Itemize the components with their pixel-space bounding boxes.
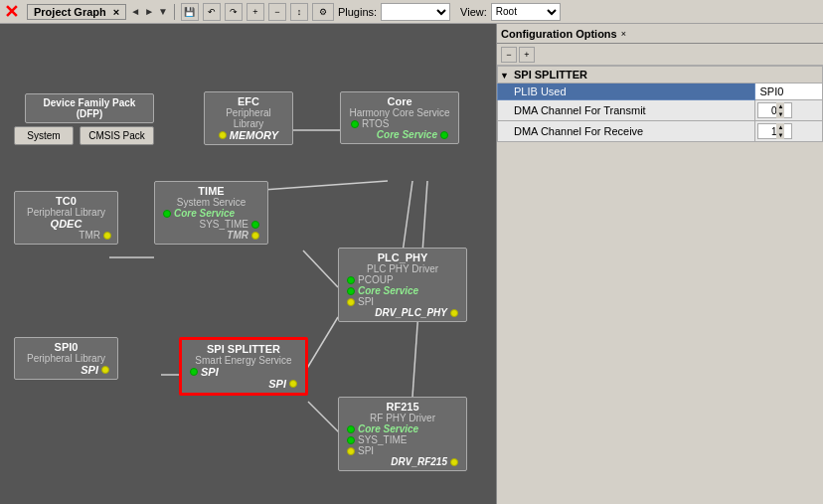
zoom-in-button[interactable]: + xyxy=(247,3,264,21)
config-row-plib[interactable]: PLIB Used SPI0 xyxy=(498,84,823,100)
main-toolbar: ✕ Project Graph × ◄ ► ▼ 💾 ↶ ↷ + − ↕ ⚙ Pl… xyxy=(0,0,823,24)
svg-line-7 xyxy=(403,181,412,252)
config-section-row: ▼ SPI SPLITTER xyxy=(498,67,823,84)
nav-down-icon[interactable]: ▼ xyxy=(158,6,168,17)
config-row-dma-rx[interactable]: DMA Channel For Receive ▲ ▼ xyxy=(498,121,823,142)
tc0-tmr-dot xyxy=(103,232,111,240)
dma-rx-up[interactable]: ▲ xyxy=(776,123,784,131)
main-layout: Device Family Pack (DFP) System CMSIS Pa… xyxy=(0,24,823,504)
tab-close-icon[interactable]: × xyxy=(113,6,119,18)
spi0-node[interactable]: SPI0 Peripheral Library SPI xyxy=(14,337,118,380)
dma-rx-input[interactable] xyxy=(758,126,776,137)
right-panel: Configuration Options × − + ▼ SPI SPLITT… xyxy=(497,24,823,504)
redo-button[interactable]: ↷ xyxy=(225,3,243,21)
config-table: ▼ SPI SPLITTER PLIB Used SPI0 DMA Channe… xyxy=(497,66,823,142)
plc-spi-dot xyxy=(347,298,355,306)
efc-node[interactable]: EFC Peripheral Library MEMORY xyxy=(204,91,293,145)
plcphy-node[interactable]: PLC_PHY PLC PHY Driver PCOUP Core Servic… xyxy=(338,248,467,322)
rf-drv-dot xyxy=(450,458,458,466)
dma-tx-input[interactable] xyxy=(758,105,776,116)
dma-rx-spinbox[interactable]: ▲ ▼ xyxy=(757,123,792,139)
spi-splitter-node[interactable]: SPI SPLITTER Smart Energy Service SPI SP… xyxy=(179,337,308,396)
system-node[interactable]: System xyxy=(14,126,74,145)
dfp-node[interactable]: Device Family Pack (DFP) xyxy=(25,93,154,123)
dma-rx-arrows: ▲ ▼ xyxy=(776,123,784,139)
undo-button[interactable]: ↶ xyxy=(203,3,221,21)
config-content: ▼ SPI SPLITTER PLIB Used SPI0 DMA Channe… xyxy=(497,66,823,142)
dma-tx-arrows: ▲ ▼ xyxy=(776,102,784,118)
config-row-dma-tx[interactable]: DMA Channel For Transmit ▲ ▼ xyxy=(498,100,823,121)
plugins-label: Plugins: xyxy=(338,6,377,18)
view-select[interactable]: Root xyxy=(491,3,561,21)
dma-tx-spinbox[interactable]: ▲ ▼ xyxy=(757,102,792,118)
time-node[interactable]: TIME System Service Core Service SYS_TIM… xyxy=(154,181,268,245)
dma-rx-label: DMA Channel For Receive xyxy=(498,121,755,142)
plib-value[interactable]: SPI0 xyxy=(755,84,823,100)
time-systime-dot xyxy=(251,221,259,229)
cmsis-node[interactable]: CMSIS Pack xyxy=(80,126,154,145)
config-toolbar: − + xyxy=(497,44,823,66)
left-panel: Device Family Pack (DFP) System CMSIS Pa… xyxy=(0,24,497,504)
fit-button[interactable]: ↕ xyxy=(290,3,308,21)
add-button[interactable]: + xyxy=(519,47,535,63)
config-title: Configuration Options xyxy=(501,28,617,40)
core-node[interactable]: Core Harmony Core Service RTOS Core Serv… xyxy=(340,91,459,144)
collapse-button[interactable]: − xyxy=(501,47,517,63)
graph-canvas[interactable]: Device Family Pack (DFP) System CMSIS Pa… xyxy=(0,24,497,504)
section-title: SPI SPLITTER xyxy=(514,69,587,81)
dma-rx-down[interactable]: ▼ xyxy=(776,131,784,139)
save-button[interactable]: 💾 xyxy=(181,3,199,21)
dma-tx-value: ▲ ▼ xyxy=(755,100,823,121)
plc-service-dot xyxy=(347,287,355,295)
time-core-dot xyxy=(163,210,171,218)
plugins-icon[interactable]: ⚙ xyxy=(312,3,334,21)
close-button[interactable]: ✕ xyxy=(4,3,19,21)
plugins-select[interactable] xyxy=(381,3,450,21)
tc0-node[interactable]: TC0 Peripheral Library QDEC TMR xyxy=(14,191,118,245)
dma-tx-up[interactable]: ▲ xyxy=(776,102,784,110)
svg-line-1 xyxy=(248,181,388,191)
spi0-dot xyxy=(101,366,109,374)
config-tab-close[interactable]: × xyxy=(621,29,626,39)
svg-line-3 xyxy=(303,251,338,287)
time-tmr-dot xyxy=(251,232,259,240)
rf-service-dot xyxy=(347,425,355,433)
svg-line-4 xyxy=(303,317,338,375)
core-service-dot xyxy=(440,131,448,139)
splitter-spi-out-dot xyxy=(289,380,297,388)
zoom-out-button[interactable]: − xyxy=(268,3,286,21)
efc-connector xyxy=(219,131,227,139)
dma-tx-down[interactable]: ▼ xyxy=(776,110,784,118)
rf215-node[interactable]: RF215 RF PHY Driver Core Service SYS_TIM… xyxy=(338,397,467,471)
config-header: Configuration Options × xyxy=(497,24,823,44)
project-graph-tab[interactable]: Project Graph × xyxy=(27,4,126,20)
rf-systime-dot xyxy=(347,436,355,444)
splitter-spi-in-dot xyxy=(190,368,198,376)
dma-rx-value: ▲ ▼ xyxy=(755,121,823,142)
core-rtos-dot xyxy=(351,120,359,128)
section-expand-icon[interactable]: ▼ xyxy=(500,71,509,81)
plc-pcoup-dot xyxy=(347,276,355,284)
nav-back-icon[interactable]: ◄ xyxy=(130,6,140,17)
nav-forward-icon[interactable]: ► xyxy=(144,6,154,17)
plib-label: PLIB Used xyxy=(498,84,755,100)
plc-drv-dot xyxy=(450,309,458,317)
rf-spi-dot xyxy=(347,447,355,455)
dma-tx-label: DMA Channel For Transmit xyxy=(498,100,755,121)
view-label: View: xyxy=(460,6,487,18)
